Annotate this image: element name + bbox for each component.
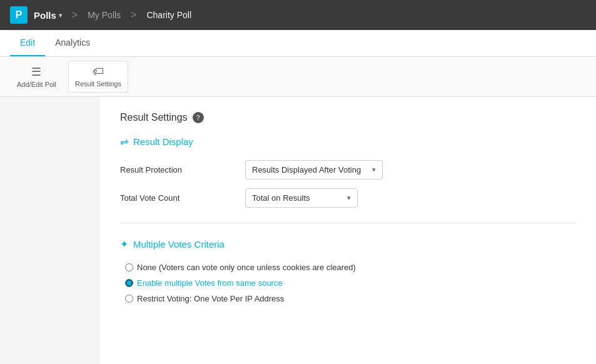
subtab-result-settings-label: Result Settings <box>75 80 121 88</box>
top-nav: P Polls ▾ > My Polls > Charity Poll <box>0 0 596 30</box>
multiple-votes-title: Multiple Votes Criteria <box>133 239 225 250</box>
radio-multiple[interactable]: Enable multiple Votes from same source <box>125 278 576 288</box>
total-vote-count-row: Total Vote Count Total on Results ▾ <box>120 188 576 208</box>
radio-none[interactable]: None (Voters can vote only once unless c… <box>125 263 576 272</box>
polls-label: Polls <box>34 10 56 21</box>
total-vote-count-dropdown[interactable]: Total on Results ▾ <box>245 188 358 208</box>
radio-ip-label: Restrict Voting: One Vote Per IP Address <box>137 294 284 303</box>
breadcrumb-separator-1: > <box>72 9 78 21</box>
app-logo: P <box>10 6 28 24</box>
subtab-add-edit-poll-label: Add/Edit Poll <box>17 81 56 88</box>
result-display-heading: ⇌ Result Display <box>120 136 576 148</box>
help-icon[interactable]: ? <box>193 112 204 123</box>
polls-menu[interactable]: Polls ▾ <box>34 10 62 21</box>
section-divider <box>120 223 576 223</box>
result-protection-selected: Results Displayed After Voting <box>252 165 361 174</box>
tag-icon: 🏷 <box>93 65 104 78</box>
total-vote-count-control: Total on Results ▾ <box>245 188 358 208</box>
result-protection-row: Result Protection Results Displayed Afte… <box>120 160 576 179</box>
breadcrumb-separator-2: > <box>131 9 136 21</box>
breadcrumb-my-polls[interactable]: My Polls <box>88 10 121 20</box>
page-layout: Result Settings ? ⇌ Result Display Resul… <box>0 97 596 364</box>
sub-toolbar: ☰ Add/Edit Poll 🏷 Result Settings <box>0 57 596 97</box>
radio-ip-input[interactable] <box>125 295 133 303</box>
subtab-result-settings[interactable]: 🏷 Result Settings <box>68 61 128 93</box>
tab-bar: Edit Analytics <box>0 30 596 57</box>
radio-none-label: None (Voters can vote only once unless c… <box>137 263 356 272</box>
result-display-title: Result Display <box>133 136 193 147</box>
sidebar <box>0 97 50 364</box>
multiple-votes-radio-group: None (Voters can vote only once unless c… <box>125 263 576 303</box>
tab-edit[interactable]: Edit <box>10 30 45 56</box>
total-vote-count-chevron-icon: ▾ <box>347 194 351 202</box>
radio-none-input[interactable] <box>125 263 133 271</box>
result-protection-chevron-icon: ▾ <box>372 166 376 174</box>
radio-ip[interactable]: Restrict Voting: One Vote Per IP Address <box>125 294 576 303</box>
result-settings-heading: Result Settings ? <box>120 112 576 123</box>
arrows-icon: ⇌ <box>120 136 128 148</box>
radio-multiple-label: Enable multiple Votes from same source <box>137 278 283 288</box>
multiple-votes-heading: ✦ Multiple Votes Criteria <box>120 238 576 250</box>
result-protection-dropdown[interactable]: Results Displayed After Voting ▾ <box>245 160 383 179</box>
result-display-section: ⇌ Result Display Result Protection Resul… <box>120 136 576 208</box>
tab-analytics[interactable]: Analytics <box>45 30 100 56</box>
polls-chevron-icon: ▾ <box>59 12 62 19</box>
subtab-add-edit-poll[interactable]: ☰ Add/Edit Poll <box>10 61 63 93</box>
main-content: Result Settings ? ⇌ Result Display Resul… <box>100 97 596 364</box>
radio-multiple-input[interactable] <box>125 279 133 287</box>
total-vote-count-label: Total Vote Count <box>120 193 245 203</box>
multiple-votes-section: ✦ Multiple Votes Criteria None (Voters c… <box>120 238 576 303</box>
breadcrumb-current: Charity Poll <box>146 10 191 20</box>
result-settings-title: Result Settings <box>120 112 188 123</box>
puzzle-icon: ✦ <box>120 238 128 250</box>
result-protection-label: Result Protection <box>120 165 245 174</box>
total-vote-count-selected: Total on Results <box>252 193 310 203</box>
list-icon: ☰ <box>31 65 41 79</box>
result-protection-control: Results Displayed After Voting ▾ <box>245 160 383 179</box>
